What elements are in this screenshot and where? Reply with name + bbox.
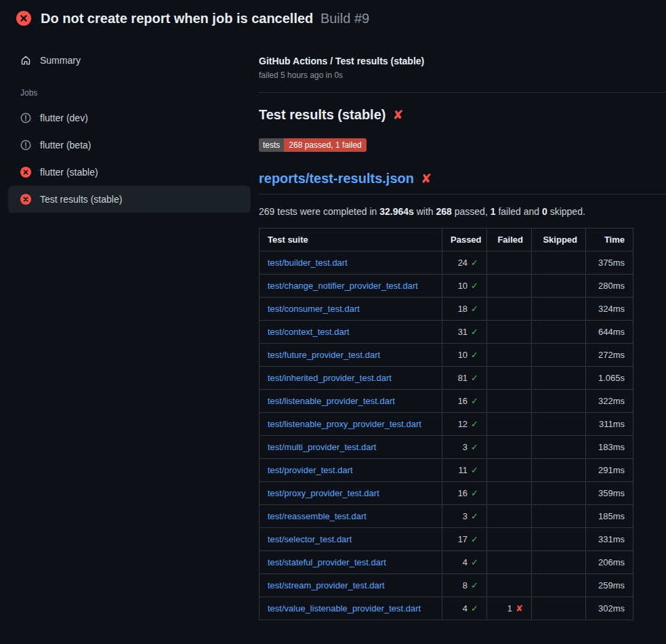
skipped-cell [532, 436, 586, 459]
check-icon: ✓ [471, 396, 478, 406]
passed-count: 18 [458, 304, 467, 314]
table-row: test/listenable_proxy_provider_test.dart… [259, 413, 633, 436]
report-file-link[interactable]: reports/test-results.json [259, 171, 414, 186]
passed-count: 16 [458, 488, 467, 498]
test-suite-link[interactable]: test/builder_test.dart [268, 258, 348, 268]
skipped-cell [532, 574, 586, 597]
suite-cell: test/proxy_provider_test.dart [259, 482, 442, 505]
test-suite-link[interactable]: test/value_listenable_provider_test.dart [268, 603, 421, 613]
test-suite-link[interactable]: test/change_notifier_provider_test.dart [268, 281, 418, 291]
summary-segment: passed, [452, 206, 491, 217]
suite-cell: test/change_notifier_provider_test.dart [259, 275, 442, 298]
test-suite-link[interactable]: test/provider_test.dart [268, 465, 353, 475]
test-suite-link[interactable]: test/listenable_proxy_provider_test.dart [268, 419, 421, 429]
sidebar: Summary Jobs flutter (dev) flutter (beta… [0, 35, 259, 213]
test-suite-link[interactable]: test/context_test.dart [268, 327, 350, 337]
table-row: test/multi_provider_test.dart 3✓ 183ms [259, 436, 633, 459]
time-cell: 280ms [586, 275, 633, 298]
test-suite-link[interactable]: test/reassemble_test.dart [268, 511, 367, 521]
suite-cell: test/listenable_provider_test.dart [259, 390, 442, 413]
skipped-cell [532, 551, 586, 574]
suite-cell: test/listenable_proxy_provider_test.dart [259, 413, 442, 436]
section-title-text: Test results (stable) [259, 107, 386, 123]
neutral-status-icon [20, 140, 31, 150]
tests-badge: tests 268 passed, 1 failed [259, 138, 367, 152]
jobs-section-label: Jobs [0, 71, 259, 104]
test-suite-link[interactable]: test/selector_test.dart [268, 534, 352, 544]
table-header-row: Test suite Passed Failed Skipped Time [259, 228, 633, 251]
job-label: flutter (dev) [40, 113, 88, 123]
passed-count: 10 [458, 281, 467, 291]
test-suite-link[interactable]: test/multi_provider_test.dart [268, 442, 376, 452]
table-row: test/inherited_provider_test.dart 81✓ 1.… [259, 367, 633, 390]
suite-cell: test/future_provider_test.dart [259, 344, 442, 367]
passed-cell: 3✓ [442, 436, 487, 459]
test-suite-link[interactable]: test/future_provider_test.dart [268, 350, 380, 360]
check-icon: ✓ [471, 580, 478, 590]
jobs-list: flutter (dev) flutter (beta) flutter (st… [0, 104, 259, 213]
sidebar-item-summary[interactable]: Summary [0, 50, 259, 71]
table-row: test/proxy_provider_test.dart 16✓ 359ms [259, 482, 633, 505]
table-row: test/reassemble_test.dart 3✓ 185ms [259, 505, 633, 528]
skipped-cell [532, 298, 586, 321]
time-cell: 331ms [586, 528, 633, 551]
test-suite-link[interactable]: test/stateful_provider_test.dart [268, 557, 386, 567]
suite-cell: test/value_listenable_provider_test.dart [259, 597, 442, 620]
time-cell: 206ms [586, 551, 633, 574]
failed-cross-icon: ✘ [421, 172, 432, 185]
passed-cell: 16✓ [442, 482, 487, 505]
table-row: test/consumer_test.dart 18✓ 324ms [259, 298, 633, 321]
failed-cell [487, 505, 532, 528]
passed-count: 24 [458, 258, 467, 268]
col-time: Time [586, 228, 633, 251]
skipped-cell [532, 528, 586, 551]
passed-cell: 4✓ [442, 597, 487, 620]
sidebar-item-flutter-dev[interactable]: flutter (dev) [8, 104, 251, 132]
passed-count: 12 [458, 419, 467, 429]
table-row: test/change_notifier_provider_test.dart … [259, 275, 633, 298]
failed-cell [487, 367, 532, 390]
check-icon: ✓ [471, 557, 478, 567]
time-cell: 302ms [586, 597, 633, 620]
test-suite-link[interactable]: test/listenable_provider_test.dart [268, 396, 395, 406]
skipped-cell [532, 251, 586, 275]
badge-label: tests [259, 138, 284, 152]
skipped-cell [532, 275, 586, 298]
summary-segment: skipped. [547, 206, 585, 217]
passed-count: 3 [463, 442, 467, 452]
passed-cell: 31✓ [442, 321, 487, 344]
build-title-text: Do not create report when job is cancell… [41, 11, 313, 26]
sidebar-item-test-results-stable[interactable]: Test results (stable) [8, 186, 251, 213]
home-icon [20, 55, 31, 66]
check-icon: ✓ [471, 350, 478, 360]
suite-cell: test/provider_test.dart [259, 459, 442, 482]
time-cell: 322ms [586, 390, 633, 413]
table-row: test/listenable_provider_test.dart 16✓ 3… [259, 390, 633, 413]
test-suite-link[interactable]: test/consumer_test.dart [268, 304, 360, 314]
passed-cell: 16✓ [442, 390, 487, 413]
skipped-cell [532, 321, 586, 344]
failed-cell [487, 436, 532, 459]
test-suite-link[interactable]: test/inherited_provider_test.dart [268, 373, 392, 383]
badge-value: 268 passed, 1 failed [284, 138, 366, 152]
summary-segment: with [414, 206, 436, 217]
passed-cell: 10✓ [442, 275, 487, 298]
test-suite-link[interactable]: test/proxy_provider_test.dart [268, 488, 379, 498]
main-content: GitHub Actions / Test results (stable) f… [259, 35, 666, 620]
breadcrumb: GitHub Actions / Test results (stable) [259, 56, 666, 66]
sidebar-item-flutter-beta[interactable]: flutter (beta) [8, 132, 251, 159]
summary-label: Summary [40, 55, 81, 66]
summary-segment: failed and [496, 206, 543, 217]
suite-cell: test/consumer_test.dart [259, 298, 442, 321]
time-cell: 1.065s [586, 367, 633, 390]
sidebar-item-flutter-stable[interactable]: flutter (stable) [8, 159, 251, 186]
build-header: Do not create report when job is cancell… [0, 0, 666, 35]
build-number: Build #9 [320, 11, 369, 26]
check-icon: ✓ [471, 258, 478, 268]
passed-cell: 17✓ [442, 528, 487, 551]
suite-cell: test/reassemble_test.dart [259, 505, 442, 528]
failed-cell: 1✘ [487, 597, 532, 620]
results-table: Test suite Passed Failed Skipped Time te… [259, 228, 633, 620]
test-suite-link[interactable]: test/stream_provider_test.dart [268, 580, 385, 590]
failed-cell [487, 528, 532, 551]
